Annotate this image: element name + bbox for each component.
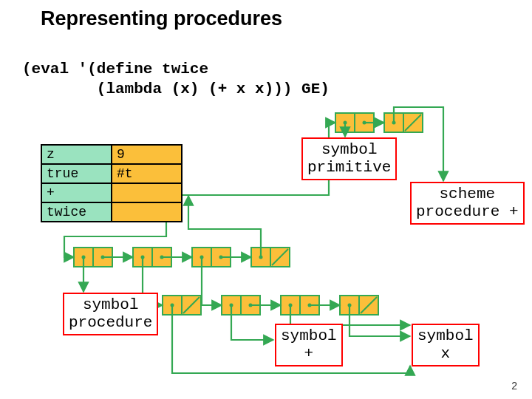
tag-line: procedure <box>69 314 152 331</box>
code-example: (eval '(define twice (lambda (x) (+ x x)… <box>22 41 330 99</box>
tag-line: + <box>304 345 314 362</box>
tag-line: symbol <box>281 327 337 344</box>
tag-scheme-procedure-plus: scheme procedure + <box>410 182 525 225</box>
tag-line: primitive <box>307 159 391 176</box>
tag-line: symbol <box>321 141 378 158</box>
env-key: twice <box>41 202 112 222</box>
tag-symbol-x: symbol x <box>412 324 480 366</box>
tag-symbol-procedure: symbol procedure <box>63 293 158 335</box>
tag-line: symbol <box>83 296 139 313</box>
env-key: z <box>41 145 112 164</box>
table-row: + <box>41 183 182 202</box>
env-val: 9 <box>112 145 182 164</box>
environment-table: z 9 true #t + twice <box>41 144 183 222</box>
env-val <box>112 202 182 222</box>
tag-line: scheme <box>440 185 496 202</box>
env-key: + <box>41 183 112 202</box>
table-row: true #t <box>41 164 182 183</box>
page-number: 2 <box>511 380 517 392</box>
code-line-1: (eval '(define twice <box>22 61 208 78</box>
tag-line: symbol <box>417 327 474 344</box>
table-row: twice <box>41 202 182 222</box>
table-row: z 9 <box>41 145 182 164</box>
tag-symbol-primitive: symbol primitive <box>301 137 397 180</box>
env-key: true <box>41 164 112 183</box>
code-line-2: (lambda (x) (+ x x))) GE) <box>22 81 330 98</box>
env-val: #t <box>112 164 182 183</box>
tag-symbol-plus: symbol + <box>275 324 343 366</box>
cons-body <box>222 296 378 315</box>
tag-line: x <box>441 345 451 362</box>
tag-line: procedure + <box>416 203 519 220</box>
page-title: Representing procedures <box>41 7 282 30</box>
cons-params <box>163 296 201 315</box>
env-val <box>112 183 182 202</box>
